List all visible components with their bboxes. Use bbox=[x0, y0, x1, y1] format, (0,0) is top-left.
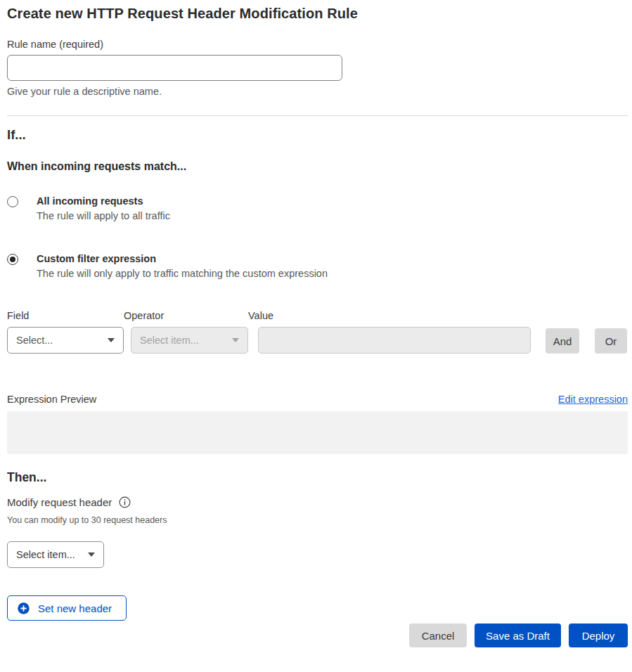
info-icon[interactable] bbox=[119, 496, 131, 508]
set-new-header-label: Set new header bbox=[38, 602, 112, 614]
header-action-select[interactable]: Select item... bbox=[7, 541, 104, 568]
value-input bbox=[258, 327, 531, 354]
expression-preview-header: Expression Preview Edit expression bbox=[7, 394, 628, 405]
chevron-down-icon bbox=[232, 338, 239, 342]
match-subheading: When incoming requests match... bbox=[7, 160, 628, 173]
radio-icon[interactable] bbox=[7, 254, 18, 265]
or-button[interactable]: Or bbox=[595, 328, 627, 354]
footer-actions: Cancel Save as Draft Deploy bbox=[7, 623, 628, 647]
edit-expression-link[interactable]: Edit expression bbox=[558, 394, 628, 405]
operator-select-value: Select item... bbox=[140, 335, 226, 346]
page-title: Create new HTTP Request Header Modificat… bbox=[7, 6, 628, 22]
match-radio-group: All incoming requests The rule will appl… bbox=[7, 195, 628, 279]
field-label: Field bbox=[7, 310, 124, 321]
deploy-button[interactable]: Deploy bbox=[569, 623, 628, 647]
create-rule-page: Create new HTTP Request Header Modificat… bbox=[0, 0, 632, 647]
modify-header-helper: You can modify up to 30 request headers bbox=[7, 515, 628, 525]
expression-preview-box bbox=[7, 411, 628, 454]
radio-description: The rule will only apply to traffic matc… bbox=[37, 268, 328, 279]
save-as-draft-button[interactable]: Save as Draft bbox=[475, 623, 561, 647]
rule-name-input[interactable] bbox=[7, 55, 342, 81]
value-label: Value bbox=[248, 310, 531, 321]
expression-preview-label: Expression Preview bbox=[7, 394, 96, 405]
field-select-value: Select... bbox=[16, 335, 102, 346]
section-divider bbox=[7, 115, 628, 116]
chevron-down-icon bbox=[108, 338, 115, 342]
rule-name-label: Rule name (required) bbox=[7, 39, 628, 50]
modify-request-header-label: Modify request header bbox=[7, 496, 112, 508]
cancel-button[interactable]: Cancel bbox=[409, 623, 467, 647]
then-heading: Then... bbox=[7, 470, 628, 485]
expression-builder-row: Field Select... Operator Select item... … bbox=[7, 310, 628, 354]
rule-name-section: Rule name (required) Give your rule a de… bbox=[7, 39, 628, 97]
radio-option-all-incoming[interactable]: All incoming requests The rule will appl… bbox=[7, 195, 628, 221]
operator-select: Select item... bbox=[131, 327, 248, 354]
radio-description: The rule will apply to all traffic bbox=[37, 210, 170, 221]
if-heading: If... bbox=[7, 127, 628, 143]
operator-label: Operator bbox=[124, 310, 248, 321]
plus-circle-icon bbox=[18, 602, 30, 614]
field-select[interactable]: Select... bbox=[7, 327, 124, 354]
radio-option-custom-filter[interactable]: Custom filter expression The rule will o… bbox=[7, 253, 628, 279]
and-button[interactable]: And bbox=[546, 328, 579, 354]
radio-label: Custom filter expression bbox=[37, 253, 328, 264]
radio-label: All incoming requests bbox=[37, 195, 170, 207]
rule-name-helper: Give your rule a descriptive name. bbox=[7, 86, 628, 97]
chevron-down-icon bbox=[88, 553, 95, 557]
set-new-header-button[interactable]: Set new header bbox=[7, 595, 127, 621]
modify-header-row: Modify request header bbox=[7, 496, 628, 508]
radio-icon[interactable] bbox=[7, 196, 18, 207]
header-action-select-value: Select item... bbox=[16, 549, 82, 560]
